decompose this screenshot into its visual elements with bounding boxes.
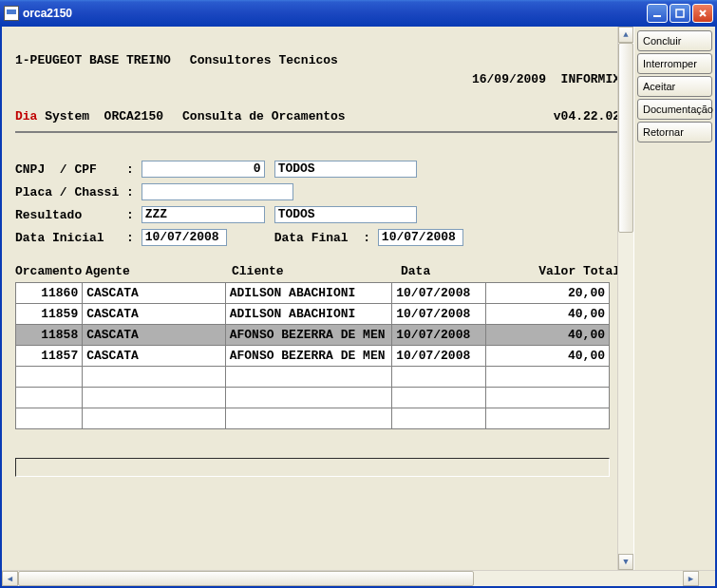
resultado-desc: TODOS xyxy=(274,206,417,223)
cell-orcamento: 11858 xyxy=(16,325,83,346)
data-inicial-label: Data Inicial : xyxy=(15,231,142,245)
header-date: 16/09/2009 xyxy=(472,72,546,86)
data-inicial-input[interactable]: 10/07/2008 xyxy=(142,229,227,246)
cell-valor: 40,00 xyxy=(485,304,609,325)
cell-agente: CASCATA xyxy=(83,325,225,346)
table-row[interactable]: 11858CASCATAAFONSO BEZERRA DE MEN10/07/2… xyxy=(16,325,610,346)
scroll-up-icon[interactable]: ▲ xyxy=(618,27,633,43)
cell-valor: 40,00 xyxy=(485,325,609,346)
hscroll-thumb[interactable] xyxy=(18,571,474,586)
interromper-button[interactable]: Interromper xyxy=(637,53,712,74)
resultado-input[interactable]: ZZZ xyxy=(142,206,265,223)
cell-agente: CASCATA xyxy=(83,304,225,325)
header-dia: Dia xyxy=(15,109,37,123)
results-table[interactable]: 11860CASCATAADILSON ABACHIONI10/07/20082… xyxy=(15,282,610,429)
vscroll-thumb[interactable] xyxy=(618,43,633,233)
scroll-left-icon[interactable]: ◀ xyxy=(2,571,18,586)
table-row[interactable]: 11860CASCATAADILSON ABACHIONI10/07/20082… xyxy=(16,283,610,304)
app-icon xyxy=(4,6,19,21)
cell-cliente: AFONSO BEZERRA DE MEN xyxy=(225,325,392,346)
svg-rect-0 xyxy=(653,15,661,17)
header-screen: Consulta de Orcamentos xyxy=(163,107,554,126)
cell-data: 10/07/2008 xyxy=(392,325,485,346)
side-panel: Concluir Interromper Aceitar Documentaçã… xyxy=(633,27,715,570)
documentacao-button[interactable]: Documentação xyxy=(637,99,712,120)
main-panel: 1-PEUGEOT BASE TREINO Consultores Tecnic… xyxy=(2,27,633,570)
table-row[interactable] xyxy=(16,408,610,429)
table-row[interactable]: 11859CASCATAADILSON ABACHIONI10/07/20084… xyxy=(16,304,610,325)
svg-rect-1 xyxy=(676,9,684,17)
cell-agente: CASCATA xyxy=(83,283,225,304)
header-system: System ORCA2150 xyxy=(37,109,163,123)
cell-orcamento: 11857 xyxy=(16,346,83,367)
col-header-data: Data xyxy=(401,264,496,278)
header-module: Consultores Tecnicos xyxy=(171,51,384,107)
table-row[interactable]: 11857CASCATAAFONSO BEZERRA DE MEN10/07/2… xyxy=(16,346,610,367)
header-db: INFORMIX xyxy=(561,72,620,86)
col-header-orcamento: Orcamento xyxy=(15,264,85,278)
data-final-label: Data Final : xyxy=(227,231,378,245)
window-title: orca2150 xyxy=(23,7,647,20)
vertical-scrollbar[interactable]: ▲ ▼ xyxy=(617,27,633,570)
col-header-valor: Valor Total xyxy=(496,264,620,278)
header-version: v04.22.02 xyxy=(554,107,620,126)
titlebar: orca2150 xyxy=(0,0,717,27)
cnpj-label: CNPJ / CPF : xyxy=(15,162,142,177)
cnpj-desc: TODOS xyxy=(274,161,417,178)
retornar-button[interactable]: Retornar xyxy=(637,122,712,142)
cell-cliente: ADILSON ABACHIONI xyxy=(225,283,392,304)
cell-data: 10/07/2008 xyxy=(392,283,485,304)
cell-orcamento: 11859 xyxy=(16,304,83,325)
cell-cliente: AFONSO BEZERRA DE MEN xyxy=(225,346,392,367)
cell-data: 10/07/2008 xyxy=(392,346,485,367)
cell-data: 10/07/2008 xyxy=(392,304,485,325)
header-company: 1-PEUGEOT BASE TREINO xyxy=(15,51,171,107)
divider xyxy=(15,131,620,133)
cell-valor: 40,00 xyxy=(485,346,609,367)
concluir-button[interactable]: Concluir xyxy=(637,30,712,51)
cell-valor: 20,00 xyxy=(485,283,609,304)
col-header-cliente: Cliente xyxy=(232,264,401,278)
placa-input[interactable] xyxy=(142,183,293,200)
cnpj-input[interactable]: 0 xyxy=(142,161,265,178)
horizontal-scrollbar[interactable]: ◀ ▶ xyxy=(2,570,715,586)
cell-agente: CASCATA xyxy=(83,346,225,367)
table-row[interactable] xyxy=(16,367,610,388)
data-final-input[interactable]: 10/07/2008 xyxy=(378,229,463,246)
scroll-down-icon[interactable]: ▼ xyxy=(618,554,633,570)
scroll-right-icon[interactable]: ▶ xyxy=(683,571,699,586)
table-row[interactable] xyxy=(16,388,610,408)
cell-cliente: ADILSON ABACHIONI xyxy=(225,304,392,325)
close-button[interactable] xyxy=(692,4,713,23)
cell-orcamento: 11860 xyxy=(16,283,83,304)
resultado-label: Resultado : xyxy=(15,208,142,222)
status-bar xyxy=(15,458,610,477)
minimize-button[interactable] xyxy=(647,4,668,23)
maximize-button[interactable] xyxy=(670,4,690,23)
col-header-agente: Agente xyxy=(85,264,232,278)
aceitar-button[interactable]: Aceitar xyxy=(637,76,712,97)
scroll-corner xyxy=(699,571,715,586)
placa-label: Placa / Chassi : xyxy=(15,185,142,199)
